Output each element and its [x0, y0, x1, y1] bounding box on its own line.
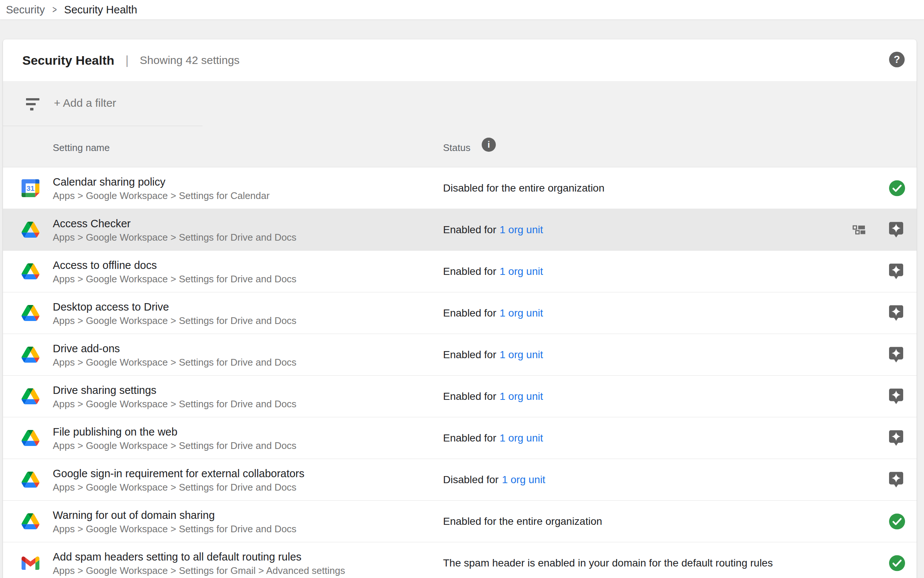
setting-path: Apps > Google Workspace > Settings for D…: [53, 481, 304, 494]
google-drive-icon: [21, 513, 39, 529]
setting-row[interactable]: Drive add-ons Apps > Google Workspace > …: [3, 334, 917, 376]
setting-name: Desktop access to Drive: [53, 299, 296, 314]
org-unit-link[interactable]: 1 org unit: [502, 474, 545, 486]
chevron-right-icon: >: [52, 4, 57, 16]
org-unit-link[interactable]: 1 org unit: [500, 432, 543, 444]
status-text: Enabled for: [443, 307, 496, 319]
recommendation-badge-icon[interactable]: [889, 222, 903, 238]
setting-text-block: Calendar sharing policy Apps > Google Wo…: [53, 174, 269, 202]
recommendation-badge-icon[interactable]: [889, 263, 903, 279]
app-icon-slot: [21, 388, 39, 406]
app-icon-slot: [21, 346, 39, 364]
setting-text-block: File publishing on the web Apps > Google…: [53, 424, 296, 452]
setting-path: Apps > Google Workspace > Settings for C…: [53, 189, 269, 202]
org-unit-link[interactable]: 1 org unit: [500, 349, 543, 361]
setting-text-block: Drive add-ons Apps > Google Workspace > …: [53, 341, 296, 369]
setting-path: Apps > Google Workspace > Settings for D…: [53, 523, 296, 535]
breadcrumb: Security > Security Health: [0, 0, 924, 19]
breadcrumb-current-page: Security Health: [64, 4, 138, 16]
status-text: Enabled for: [443, 224, 496, 236]
status-ok-icon: [889, 513, 905, 529]
security-health-page: Security > Security Health Security Heal…: [0, 0, 924, 578]
setting-text-block: Desktop access to Drive Apps > Google Wo…: [53, 299, 296, 327]
setting-path: Apps > Google Workspace > Settings for D…: [53, 398, 296, 410]
status-ok-icon: [889, 555, 905, 571]
recommendation-badge-icon[interactable]: [889, 472, 903, 488]
app-icon-slot: 31: [21, 179, 39, 197]
setting-text-block: Access Checker Apps > Google Workspace >…: [53, 216, 296, 244]
column-header-setting-name: Setting name: [53, 142, 110, 154]
app-icon-slot: [21, 221, 39, 239]
setting-path: Apps > Google Workspace > Settings for D…: [53, 273, 296, 285]
setting-path: Apps > Google Workspace > Settings for D…: [53, 314, 296, 327]
setting-row[interactable]: 31 Calendar sharing policy Apps > Google…: [3, 167, 917, 209]
table-toolbar-and-header: + Add a filter Setting name Status i: [3, 81, 917, 167]
status-text: Enabled for the entire organization: [443, 516, 602, 528]
filter-icon: [26, 98, 40, 112]
setting-row[interactable]: Drive sharing settings Apps > Google Wor…: [3, 376, 917, 417]
setting-status: Enabled for 1 org unit: [443, 292, 543, 334]
setting-path: Apps > Google Workspace > Settings for D…: [53, 231, 296, 244]
filter-underline: [3, 126, 202, 126]
title-divider: |: [126, 53, 129, 67]
setting-status: Disabled for the entire organization: [443, 167, 604, 209]
google-drive-icon: [21, 347, 39, 363]
setting-status: Enabled for 1 org unit: [443, 334, 543, 375]
setting-name: File publishing on the web: [53, 424, 296, 439]
setting-name: Access Checker: [53, 216, 296, 231]
recommendation-badge-icon[interactable]: [889, 305, 903, 321]
app-icon-slot: [21, 263, 39, 281]
status-ok-icon: [889, 180, 905, 196]
gmail-icon: [21, 556, 39, 570]
app-icon-slot: [21, 304, 39, 322]
setting-row[interactable]: Add spam headers setting to all default …: [3, 542, 917, 578]
setting-row[interactable]: Access to offline docs Apps > Google Wor…: [3, 251, 917, 292]
org-unit-link[interactable]: 1 org unit: [500, 307, 543, 319]
app-icon-slot: [21, 554, 39, 572]
setting-row[interactable]: Desktop access to Drive Apps > Google Wo…: [3, 292, 917, 334]
setting-name: Drive sharing settings: [53, 383, 296, 398]
question-mark-icon: ?: [893, 54, 900, 65]
svg-text:31: 31: [26, 184, 34, 192]
setting-status: Enabled for 1 org unit: [443, 376, 543, 417]
status-text: Disabled for the entire organization: [443, 182, 604, 194]
google-calendar-icon: 31: [21, 179, 39, 197]
recommendation-badge-icon[interactable]: [889, 430, 903, 446]
google-drive-icon: [21, 472, 39, 488]
setting-name: Access to offline docs: [53, 258, 296, 273]
setting-text-block: Access to offline docs Apps > Google Wor…: [53, 258, 296, 285]
breadcrumb-security-link[interactable]: Security: [6, 4, 45, 16]
google-drive-icon: [21, 263, 39, 279]
setting-status: Enabled for the entire organization: [443, 501, 602, 542]
setting-status: The spam header is enabled in your domai…: [443, 542, 773, 578]
setting-name: Google sign-in requirement for external …: [53, 466, 304, 481]
org-unit-link[interactable]: 1 org unit: [500, 224, 543, 236]
org-unit-link[interactable]: 1 org unit: [500, 391, 543, 403]
settings-card: Security Health | Showing 42 settings ? …: [3, 39, 917, 578]
status-text: Enabled for: [443, 266, 496, 278]
setting-row[interactable]: Google sign-in requirement for external …: [3, 459, 917, 501]
column-header-status: Status: [443, 142, 471, 154]
help-button[interactable]: ?: [889, 52, 905, 67]
google-drive-icon: [21, 305, 39, 321]
status-text: Enabled for: [443, 391, 496, 403]
add-filter-button[interactable]: + Add a filter: [54, 97, 117, 109]
setting-text-block: Drive sharing settings Apps > Google Wor…: [53, 383, 296, 410]
status-text: The spam header is enabled in your domai…: [443, 557, 773, 569]
setting-path: Apps > Google Workspace > Settings for D…: [53, 356, 296, 369]
recommendation-badge-icon[interactable]: [889, 347, 903, 363]
setting-text-block: Warning for out of domain sharing Apps >…: [53, 508, 296, 535]
setting-path: Apps > Google Workspace > Settings for G…: [53, 564, 345, 577]
settings-table-body: 31 Calendar sharing policy Apps > Google…: [3, 167, 917, 578]
org-unit-link[interactable]: 1 org unit: [500, 266, 543, 278]
status-info-icon[interactable]: i: [482, 138, 496, 152]
google-drive-icon: [21, 222, 39, 238]
setting-row[interactable]: Warning for out of domain sharing Apps >…: [3, 501, 917, 542]
card-header: Security Health | Showing 42 settings ?: [3, 39, 917, 81]
recommendation-badge-icon[interactable]: [889, 388, 903, 404]
app-icon-slot: [21, 471, 39, 489]
setting-row[interactable]: File publishing on the web Apps > Google…: [3, 417, 917, 459]
status-text: Enabled for: [443, 349, 496, 361]
setting-path: Apps > Google Workspace > Settings for D…: [53, 439, 296, 452]
setting-row[interactable]: Access Checker Apps > Google Workspace >…: [3, 209, 917, 251]
